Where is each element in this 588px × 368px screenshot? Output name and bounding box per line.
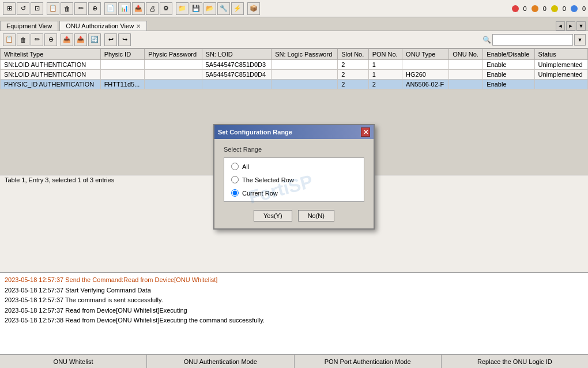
- status-count-yellow: 0: [563, 5, 566, 12]
- col-enable-disable: Enable/Disable: [483, 49, 534, 60]
- toolbar-btn-7[interactable]: ⊕: [88, 2, 101, 15]
- table-row[interactable]: SN:LOID AUTHENTICATION5A544547C851D0D421…: [1, 70, 588, 80]
- radio-selected-label: The Selected Row: [242, 177, 294, 183]
- status-count-red: 0: [523, 5, 527, 12]
- cell-0-9: Enable: [483, 60, 534, 70]
- search-dropdown[interactable]: ▼: [574, 34, 586, 46]
- table-row[interactable]: PHYSIC_ID AUTHENTICATIONFHTT11d5...22AN5…: [1, 80, 588, 89]
- cell-2-10: [534, 80, 587, 89]
- toolbar-btn-3[interactable]: ⊡: [31, 2, 43, 15]
- radio-all-label: All: [242, 163, 249, 170]
- modal-body: Select Range All The Selected Row Curren…: [214, 139, 374, 228]
- cell-2-6: 2: [368, 80, 402, 89]
- bottom-segment: PON Port Authentication Mode: [295, 355, 442, 368]
- tab-nav-left[interactable]: ◄: [556, 21, 565, 31]
- col-status: Status: [534, 49, 587, 60]
- tb2-btn-5[interactable]: 📤: [61, 33, 73, 46]
- cell-2-2: [145, 80, 202, 89]
- status-dot-orange: [532, 5, 538, 12]
- log-entry: 2023-05-18 12:57:37 Read from Device[ONU…: [5, 306, 583, 316]
- modal-title: Set Configuration Range: [218, 129, 292, 136]
- tab-onu-auth[interactable]: ONU Authorization View ✕: [59, 21, 147, 31]
- cell-0-1: [100, 60, 145, 70]
- toolbar-btn-14[interactable]: 💾: [190, 2, 202, 15]
- tb2-btn-3[interactable]: ✏: [31, 33, 43, 46]
- tb2-btn-7[interactable]: 🔄: [88, 33, 101, 46]
- toolbar-btn-10[interactable]: 📤: [132, 2, 145, 15]
- tab-close-icon[interactable]: ✕: [136, 23, 141, 29]
- col-physic-id: Physic ID: [100, 49, 145, 60]
- toolbar-btn-12[interactable]: ⚙: [160, 2, 172, 15]
- toolbar-btn-16[interactable]: 🔧: [217, 2, 230, 15]
- tab-nav-right[interactable]: ►: [566, 21, 575, 31]
- tab-nav: ◄ ► ▼: [556, 21, 588, 31]
- toolbar-btn-17[interactable]: ⚡: [231, 2, 244, 15]
- cell-0-8: [449, 60, 483, 70]
- btn-no[interactable]: No(N): [298, 210, 334, 221]
- cell-1-3: 5A544547C851D0D4: [202, 70, 272, 80]
- log-entry: 2023-05-18 12:57:37 Start Verifying Comm…: [5, 286, 583, 296]
- cell-0-2: [145, 60, 202, 70]
- toolbar-btn-13[interactable]: 📁: [176, 2, 189, 15]
- log-entry: 2023-05-18 12:57:37 Send the Command:Rea…: [5, 275, 583, 286]
- tb2-btn-1[interactable]: 📋: [3, 33, 16, 46]
- cell-2-7: AN5506-02-F: [402, 80, 449, 89]
- table-row[interactable]: SN:LOID AUTHENTICATION5A544547C851D0D321…: [1, 60, 588, 70]
- col-slot-no: Slot No.: [338, 49, 368, 60]
- radio-selected-input[interactable]: [231, 176, 239, 183]
- cell-0-0: SN:LOID AUTHENTICATION: [1, 60, 101, 70]
- toolbar-btn-4[interactable]: 📋: [47, 2, 59, 15]
- status-dot-red: [512, 5, 519, 12]
- modal-close-button[interactable]: ✕: [361, 127, 370, 137]
- tb2-btn-2[interactable]: 🗑: [17, 33, 29, 46]
- toolbar-btn-8[interactable]: 📄: [104, 2, 117, 15]
- second-toolbar: 📋 🗑 ✏ ⊕ 📤 📥 🔄 ↩ ↪ 🔍 ▼: [0, 31, 588, 48]
- radio-all-input[interactable]: [231, 163, 239, 170]
- bottom-segment: ONU Authentication Mode: [147, 355, 294, 368]
- cell-1-2: [145, 70, 202, 80]
- bottom-segment: ONU Whitelist: [0, 355, 147, 368]
- cell-0-7: [402, 60, 449, 70]
- cell-1-7: HG260: [402, 70, 449, 80]
- radio-current-row[interactable]: Current Row: [231, 189, 357, 197]
- cell-0-10: Unimplemented: [534, 60, 587, 70]
- toolbar-btn-6[interactable]: ✏: [74, 2, 87, 15]
- toolbar-btn-9[interactable]: 📊: [118, 2, 131, 15]
- modal-section-label: Select Range: [224, 146, 364, 153]
- data-table: Whitelist Type Physic ID Physic Password…: [0, 48, 588, 89]
- btn-yes[interactable]: Yes(Y): [254, 210, 292, 221]
- log-area: 2023-05-18 12:57:37 Send the Command:Rea…: [0, 272, 588, 354]
- tab-nav-down[interactable]: ▼: [576, 21, 586, 31]
- cell-1-4: [272, 70, 338, 80]
- radio-current-input[interactable]: [231, 189, 239, 197]
- cell-2-1: FHTT11d5...: [100, 80, 145, 89]
- status-count-blue: 0: [582, 5, 586, 12]
- search-input[interactable]: [492, 34, 573, 46]
- toolbar-btn-18[interactable]: 📦: [247, 2, 260, 15]
- toolbar-btn-2[interactable]: ↺: [17, 2, 29, 15]
- status-dots: 0 0 0 0: [512, 5, 586, 12]
- cell-2-8: [449, 80, 483, 89]
- radio-selected-row[interactable]: The Selected Row: [231, 176, 357, 183]
- status-dot-blue: [571, 5, 578, 12]
- tab-bar: Equipment View ONU Authorization View ✕ …: [0, 17, 588, 31]
- toolbar-btn-1[interactable]: ⊞: [3, 2, 16, 15]
- tb2-btn-8[interactable]: ↩: [104, 33, 117, 46]
- status-count-orange: 0: [543, 5, 546, 12]
- toolbar-btn-15[interactable]: 📂: [203, 2, 216, 15]
- col-physic-password: Physic Password: [145, 49, 202, 60]
- col-sn-loid: SN: LOID: [202, 49, 272, 60]
- col-onu-type: ONU Type: [402, 49, 449, 60]
- radio-all[interactable]: All: [231, 163, 357, 170]
- cell-2-0: PHYSIC_ID AUTHENTICATION: [1, 80, 101, 89]
- search-box: 🔍 ▼: [483, 34, 586, 46]
- modal-buttons: Yes(Y) No(N): [224, 210, 364, 221]
- tb2-btn-4[interactable]: ⊕: [44, 33, 57, 46]
- toolbar-btn-11[interactable]: 🖨: [146, 2, 159, 15]
- tab-equipment-view[interactable]: Equipment View: [0, 21, 58, 31]
- status-text: Table 1, Entry 3, selected 1 of 3 entrie…: [5, 177, 114, 183]
- cell-0-3: 5A544547C851D0D3: [202, 60, 272, 70]
- tb2-btn-6[interactable]: 📥: [74, 33, 87, 46]
- toolbar-btn-5[interactable]: 🗑: [61, 2, 73, 15]
- tb2-btn-9[interactable]: ↪: [118, 33, 131, 46]
